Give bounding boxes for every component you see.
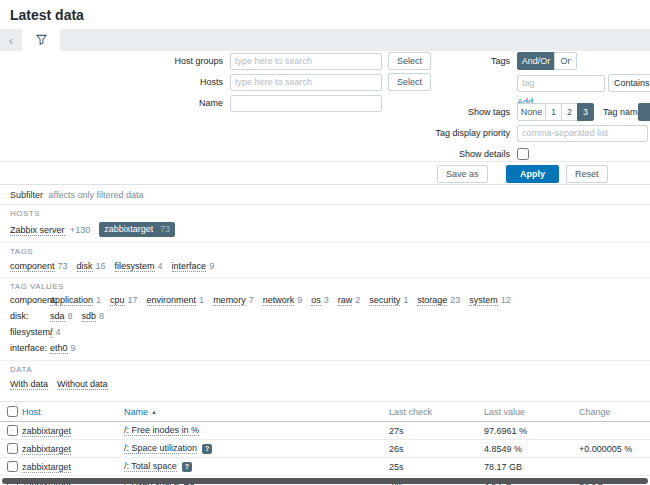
subfilter-tag-value-item[interactable]: application1 bbox=[50, 295, 101, 306]
filter-tabbar: ‹ bbox=[0, 29, 650, 51]
subfilter-tag-value-item[interactable]: storage23 bbox=[417, 295, 460, 306]
filter-buttons-divider bbox=[0, 161, 650, 162]
subfilter-tag-value-item[interactable]: cpu17 bbox=[110, 295, 138, 306]
sort-asc-icon: ▲ bbox=[151, 409, 157, 415]
item-name-link[interactable]: /: Space utilization bbox=[124, 443, 197, 454]
tag-name-input[interactable] bbox=[517, 75, 605, 92]
tags-operator-toggle: And/Or Or bbox=[517, 52, 577, 70]
subfilter-data-section: DATA With data Without data bbox=[0, 360, 650, 395]
show-details-checkbox[interactable] bbox=[517, 148, 529, 160]
show-details-label: Show details bbox=[380, 149, 510, 159]
subfilter-tag-item[interactable]: component73 bbox=[10, 260, 68, 272]
subfilter-tag-value-item[interactable]: memory7 bbox=[213, 295, 254, 306]
select-all-checkbox[interactable] bbox=[7, 406, 18, 417]
subfilter-tags-section: TAGS component73 disk16 filesystem4 inte… bbox=[0, 242, 650, 277]
subfilter-tag-value-item[interactable]: raw2 bbox=[338, 295, 361, 306]
data-heading: DATA bbox=[10, 365, 640, 374]
last-value: 4.8549 % bbox=[484, 444, 579, 454]
table-row: zabbixtarget /: Total space ? 25s 78.17 … bbox=[0, 458, 650, 476]
tags-label: Tags bbox=[380, 56, 510, 66]
subfilter-tag-value-item[interactable]: network9 bbox=[263, 295, 303, 306]
row-checkbox[interactable] bbox=[7, 461, 18, 472]
subfilter-tag-value-item[interactable]: os3 bbox=[311, 295, 329, 306]
tag-value-group-label: disk: bbox=[10, 311, 50, 322]
last-value: 97.6961 % bbox=[484, 426, 579, 436]
filter-funnel-icon bbox=[36, 34, 47, 47]
table-row: zabbixtarget /: Free inodes in % 27s 97.… bbox=[0, 422, 650, 440]
column-header-change: Change bbox=[579, 407, 611, 417]
subfilter-hosts-section: HOSTS Zabbix server +130 zabbixtarget 73 bbox=[0, 204, 650, 242]
host-link[interactable]: zabbixtarget bbox=[22, 462, 71, 473]
tag-display-priority-label: Tag display priority bbox=[380, 128, 510, 138]
row-checkbox[interactable] bbox=[7, 443, 18, 454]
show-tags-label: Show tags bbox=[380, 107, 510, 117]
row-checkbox[interactable] bbox=[7, 425, 18, 436]
subfilter-panel: Subfilter affects only filtered data HOS… bbox=[0, 184, 650, 395]
show-tags-2-button[interactable]: 2 bbox=[561, 103, 578, 121]
tag-name-mode-selected-button[interactable] bbox=[638, 103, 650, 121]
reset-button[interactable]: Reset bbox=[566, 165, 608, 183]
latest-data-table: Host Name ▲ Last check Last value Change… bbox=[0, 401, 650, 485]
tag-value-group-label: component: bbox=[10, 295, 50, 306]
subfilter-note: affects only filtered data bbox=[49, 190, 144, 200]
host-link[interactable]: zabbixtarget bbox=[22, 444, 71, 455]
tag-values-heading: TAG VALUES bbox=[10, 282, 640, 291]
item-name-link[interactable]: /: Total space bbox=[124, 461, 177, 472]
tags-andor-button[interactable]: And/Or bbox=[517, 52, 555, 70]
horizontal-scrollbar[interactable] bbox=[2, 478, 648, 484]
subfilter-tag-values-section: TAG VALUES component: application1 cpu17… bbox=[0, 277, 650, 360]
host-link[interactable]: zabbixtarget bbox=[22, 426, 71, 437]
subfilter-tag-value-item[interactable]: sda8 bbox=[50, 311, 73, 322]
show-tags-3-button[interactable]: 3 bbox=[577, 103, 594, 121]
tag-value-group-label: filesystem: bbox=[10, 327, 50, 338]
chevron-left-icon: ‹ bbox=[9, 33, 13, 48]
item-name-link[interactable]: /: Free inodes in % bbox=[124, 425, 199, 436]
page-title: Latest data bbox=[0, 0, 650, 29]
tag-name-mode-label: Tag name bbox=[603, 107, 643, 117]
subfilter-tag-value-item[interactable]: eth09 bbox=[50, 343, 76, 354]
filter-form: Host groups Select Hosts Select Name Tag… bbox=[0, 51, 650, 184]
subfilter-tag-item[interactable]: disk16 bbox=[77, 260, 106, 272]
hosts-heading: HOSTS bbox=[10, 209, 640, 218]
tags-or-button[interactable]: Or bbox=[554, 52, 577, 70]
subfilter-tag-value-item[interactable]: security1 bbox=[369, 295, 408, 306]
change-value: +0.000005 % bbox=[579, 444, 650, 454]
subfilter-tag-value-item[interactable]: system12 bbox=[469, 295, 511, 306]
without-data-link[interactable]: Without data bbox=[57, 378, 108, 390]
apply-button[interactable]: Apply bbox=[506, 165, 559, 183]
subfilter-tag-item[interactable]: filesystem4 bbox=[115, 260, 163, 272]
last-check-value: 26s bbox=[389, 444, 484, 454]
subfilter-tag-value-item[interactable]: environment1 bbox=[147, 295, 205, 306]
subfilter-tag-item[interactable]: interface9 bbox=[172, 260, 215, 272]
last-check-value: 27s bbox=[389, 426, 484, 436]
show-tags-toggle: None 1 2 3 bbox=[517, 103, 594, 121]
column-header-name[interactable]: Name bbox=[124, 407, 148, 417]
subfilter-host-item-selected[interactable]: zabbixtarget 73 bbox=[99, 222, 175, 237]
description-hint-icon[interactable]: ? bbox=[202, 444, 212, 454]
with-data-link[interactable]: With data bbox=[10, 378, 48, 390]
show-tags-none-button[interactable]: None bbox=[517, 103, 546, 121]
subfilter-host-item[interactable]: Zabbix server +130 bbox=[10, 224, 90, 236]
subfilter-tag-value-item[interactable]: /4 bbox=[50, 327, 61, 338]
description-hint-icon[interactable]: ? bbox=[182, 462, 192, 472]
tag-display-priority-input[interactable] bbox=[517, 125, 648, 142]
save-as-button[interactable]: Save as bbox=[437, 165, 488, 183]
tag-operator-select[interactable]: Contains bbox=[608, 74, 650, 92]
tab-filter[interactable] bbox=[22, 29, 60, 51]
subfilter-title: Subfilter bbox=[10, 190, 43, 200]
column-header-host[interactable]: Host bbox=[22, 407, 41, 417]
table-row: zabbixtarget /: Space utilization ? 26s … bbox=[0, 440, 650, 458]
subfilter-tag-value-item[interactable]: sdb8 bbox=[82, 311, 105, 322]
last-value: 78.17 GB bbox=[484, 462, 579, 472]
tag-value-group-label: interface: bbox=[10, 343, 50, 354]
last-check-value: 25s bbox=[389, 462, 484, 472]
collapse-filter-button[interactable]: ‹ bbox=[0, 29, 22, 51]
tags-heading: TAGS bbox=[10, 247, 640, 256]
column-header-last-check: Last check bbox=[389, 407, 432, 417]
show-tags-1-button[interactable]: 1 bbox=[545, 103, 562, 121]
column-header-last-value: Last value bbox=[484, 407, 525, 417]
table-header-row: Host Name ▲ Last check Last value Change bbox=[0, 402, 650, 422]
